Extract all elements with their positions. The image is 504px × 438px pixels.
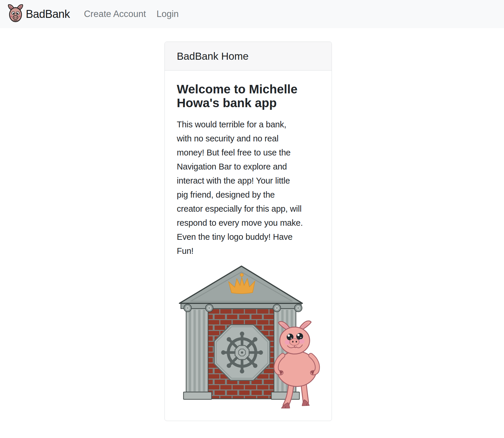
welcome-heading-line: Welcome to Michelle (177, 82, 320, 96)
home-card: BadBank Home Welcome to Michelle Howa's … (164, 42, 332, 421)
bank-building-with-pig-mascot-illustration (177, 265, 320, 410)
bank-pig-illustration-svg (177, 265, 320, 408)
pig-logo-icon (7, 4, 24, 24)
brand-label: BadBank (26, 8, 70, 20)
nav-links: Create Account Login (79, 9, 184, 19)
welcome-heading-line: Howa's bank app (177, 96, 320, 110)
nav-link-create-account[interactable]: Create Account (79, 9, 151, 19)
card-header: BadBank Home (165, 42, 332, 71)
navbar-brand[interactable]: BadBank (7, 4, 70, 24)
nav-link-login[interactable]: Login (151, 9, 184, 19)
welcome-heading: Welcome to Michelle Howa's bank app (177, 82, 320, 110)
card-body: Welcome to Michelle Howa's bank app This… (165, 71, 332, 421)
card-header-title: BadBank Home (177, 50, 248, 62)
intro-paragraph: This would terrible for a bank, with no … (177, 117, 320, 258)
navbar: BadBank Create Account Login (0, 0, 504, 28)
main-content: BadBank Home Welcome to Michelle Howa's … (0, 28, 504, 421)
left-column (184, 309, 212, 399)
